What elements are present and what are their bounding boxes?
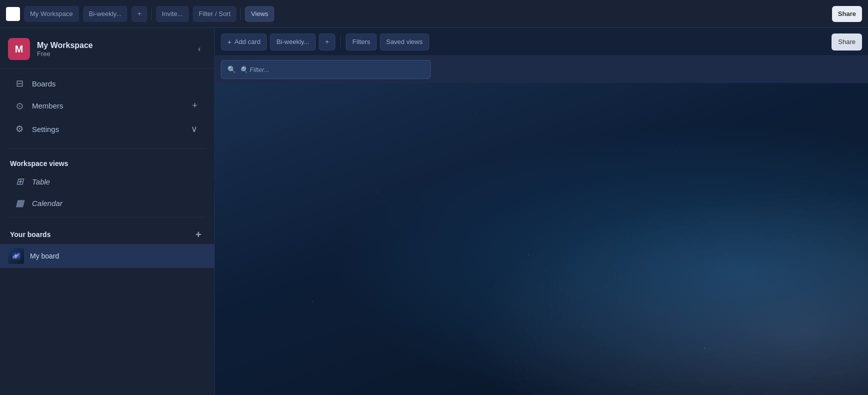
workspace-name: My Workspace (37, 41, 185, 50)
topbar-logo (6, 7, 20, 21)
boards-icon: ⊟ (14, 78, 25, 89)
members-icon: ⊙ (14, 100, 25, 112)
board-background (215, 83, 868, 395)
sidebar-nav: ⊟ Boards ⊙ Members + ⚙ Settings ∨ (0, 68, 214, 145)
toolbar-share-button[interactable]: Share (832, 34, 862, 50)
topbar-views-label: Views (251, 10, 268, 18)
topbar-biweekly[interactable]: Bi-weekly... (83, 6, 128, 22)
workspace-avatar-letter: M (15, 44, 23, 55)
members-add-button[interactable]: + (189, 100, 200, 112)
topbar-invite[interactable]: Invite... (156, 6, 189, 22)
workspace-header: M My Workspace Free ‹ (0, 28, 214, 68)
your-boards-title-text: Your boards (10, 230, 50, 238)
settings-chevron[interactable]: ∨ (188, 122, 200, 136)
calendar-icon: ▦ (14, 198, 25, 208)
your-boards-section: Your boards + 🌌 My board (0, 220, 214, 268)
sidebar-divider-1 (8, 148, 206, 148)
board-thumb: 🌌 (8, 248, 24, 264)
sidebar: M My Workspace Free ‹ ⊟ Boards ⊙ Members… (0, 28, 215, 395)
sidebar-item-members[interactable]: ⊙ Members + (4, 94, 210, 117)
workspace-views-title-text: Workspace views (10, 160, 68, 168)
toolbar-biweekly-label: Bi-weekly... (276, 38, 309, 46)
board-name: My board (30, 252, 59, 260)
search-placeholder: 🔍 Filter... (240, 66, 269, 74)
table-icon: ⊞ (14, 176, 25, 187)
toolbar-plus[interactable]: + (319, 34, 336, 50)
sidebar-item-boards[interactable]: ⊟ Boards (4, 73, 210, 94)
calendar-label: Calendar (32, 199, 62, 208)
topbar-sep2 (240, 8, 241, 20)
toolbar-add-card-label: Add card (234, 38, 260, 46)
topbar-add-label: + (137, 10, 141, 18)
members-label: Members (32, 102, 182, 110)
toolbar-saved-views[interactable]: Saved views (380, 34, 429, 50)
topbar-sep1 (151, 8, 152, 20)
toolbar-share-label: Share (838, 38, 856, 46)
content-toolbar: + Add card Bi-weekly... + Filters Saved … (215, 28, 868, 56)
toolbar-sep1 (340, 36, 341, 48)
sidebar-item-settings[interactable]: ⚙ Settings ∨ (4, 118, 210, 140)
add-icon: + (227, 38, 231, 46)
toolbar-plus-label: + (325, 38, 329, 46)
workspace-plan: Free (37, 50, 185, 58)
content-area: + Add card Bi-weekly... + Filters Saved … (215, 28, 868, 395)
topbar-share-button[interactable]: Share (832, 6, 862, 22)
topbar: My Workspace Bi-weekly... + Invite... Fi… (0, 0, 868, 28)
workspace-avatar: M (8, 38, 30, 60)
board-item-myboard[interactable]: 🌌 My board (0, 244, 214, 268)
boards-label: Boards (32, 80, 200, 88)
topbar-workspace-label: My Workspace (30, 10, 73, 18)
settings-icon: ⚙ (14, 124, 25, 134)
workspace-info: My Workspace Free (37, 41, 185, 58)
sidebar-collapse-button[interactable]: ‹ (192, 42, 206, 56)
your-boards-title: Your boards + (0, 220, 214, 244)
topbar-add[interactable]: + (131, 6, 147, 22)
toolbar-add-card[interactable]: + Add card (221, 34, 267, 50)
sidebar-divider-2 (8, 217, 206, 218)
add-board-button[interactable]: + (192, 228, 204, 240)
toolbar-filters[interactable]: Filters (346, 34, 376, 50)
workspace-views-section: Workspace views ⊞ Table ▦ Calendar (0, 152, 214, 214)
table-label: Table (32, 178, 50, 186)
workspace-views-title: Workspace views (0, 152, 214, 170)
topbar-filter[interactable]: Filter / Sort (193, 6, 237, 22)
topbar-biweekly-label: Bi-weekly... (89, 10, 122, 18)
sidebar-item-calendar[interactable]: ▦ Calendar (4, 192, 210, 214)
board-thumb-emoji: 🌌 (12, 252, 20, 260)
toolbar-filters-label: Filters (352, 38, 370, 46)
main-layout: M My Workspace Free ‹ ⊟ Boards ⊙ Members… (0, 28, 868, 395)
toolbar-biweekly[interactable]: Bi-weekly... (270, 34, 316, 50)
topbar-views[interactable]: Views (245, 6, 274, 22)
search-bar[interactable]: 🔍 🔍 Filter... (221, 60, 431, 79)
toolbar-saved-views-label: Saved views (386, 38, 423, 46)
settings-label: Settings (32, 125, 181, 134)
topbar-filter-label: Filter / Sort (199, 10, 231, 18)
topbar-share-label: Share (838, 10, 856, 18)
topbar-invite-label: Invite... (162, 10, 183, 18)
board-search-area: 🔍 🔍 Filter... (215, 56, 868, 83)
topbar-workspace[interactable]: My Workspace (24, 6, 79, 22)
search-icon: 🔍 (227, 66, 236, 74)
sidebar-item-table[interactable]: ⊞ Table (4, 171, 210, 192)
